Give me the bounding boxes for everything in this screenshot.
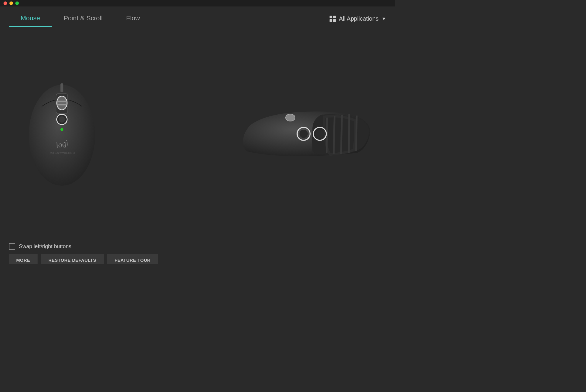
mouse-side-view xyxy=(233,104,380,163)
svg-line-17 xyxy=(341,115,342,154)
swap-row: Swap left/right buttons xyxy=(9,243,386,250)
action-buttons-row: MORE RESTORE DEFAULTS FEATURE TOUR xyxy=(9,254,386,264)
mouse-top-view: logi MX ANYWHERE 3 xyxy=(15,69,109,199)
minimize-button[interactable] xyxy=(9,1,13,5)
svg-line-19 xyxy=(356,116,357,151)
tab-flow[interactable]: Flow xyxy=(114,14,152,27)
swap-buttons-label: Swap left/right buttons xyxy=(19,243,71,250)
svg-point-11 xyxy=(60,128,63,131)
more-button[interactable]: MORE xyxy=(9,254,37,264)
titlebar xyxy=(0,0,395,6)
close-button[interactable] xyxy=(4,1,7,5)
swap-buttons-checkbox[interactable] xyxy=(9,243,15,250)
tabbar: Mouse Point & Scroll Flow All Applicatio… xyxy=(0,6,395,27)
main-content: logi MX ANYWHERE 3 xyxy=(0,27,395,240)
maximize-button[interactable] xyxy=(15,1,19,5)
svg-text:MX ANYWHERE 3: MX ANYWHERE 3 xyxy=(50,151,75,154)
svg-line-15 xyxy=(327,118,327,153)
restore-defaults-button[interactable]: RESTORE DEFAULTS xyxy=(41,254,103,264)
all-applications-button[interactable]: All Applications ▼ xyxy=(330,15,386,27)
feature-tour-button[interactable]: FEATURE TOUR xyxy=(107,254,158,264)
svg-rect-14 xyxy=(60,83,63,92)
svg-point-20 xyxy=(286,114,295,121)
bottom-controls: Swap left/right buttons MORE RESTORE DEF… xyxy=(0,240,395,264)
grid-icon xyxy=(330,16,336,22)
tab-mouse[interactable]: Mouse xyxy=(9,14,52,27)
mouse-area: logi MX ANYWHERE 3 xyxy=(9,33,386,234)
svg-line-18 xyxy=(349,114,349,153)
svg-line-16 xyxy=(334,116,335,154)
svg-point-22 xyxy=(299,130,308,138)
tab-point-scroll[interactable]: Point & Scroll xyxy=(52,14,114,27)
chevron-down-icon: ▼ xyxy=(381,16,386,22)
svg-point-10 xyxy=(59,116,65,123)
svg-point-24 xyxy=(316,130,324,138)
